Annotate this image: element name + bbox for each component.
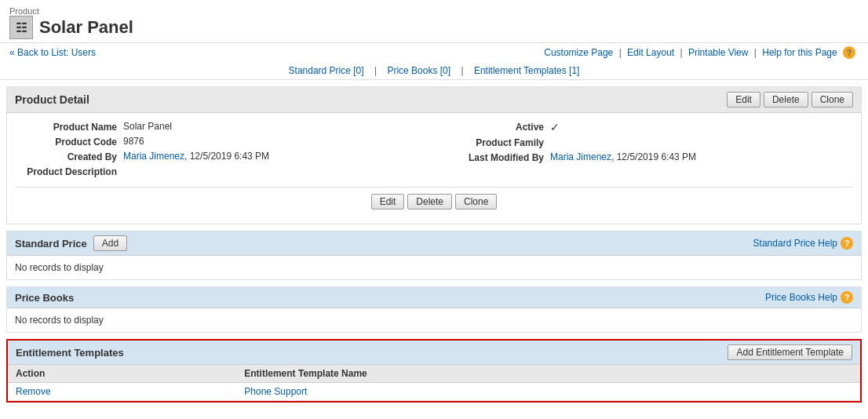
- last-modified-row: Last Modified By Maria Jimenez, 12/5/201…: [442, 151, 853, 163]
- entitlement-templates-section: Entitlement Templates Add Entitlement Te…: [6, 339, 862, 403]
- price-books-no-records: No records to display: [7, 308, 861, 332]
- created-by-link[interactable]: Maria Jimenez: [123, 151, 184, 162]
- product-detail-header: Product Detail Edit Delete Clone: [7, 87, 861, 113]
- help-icon: ?: [843, 46, 855, 59]
- clone-button-bottom[interactable]: Clone: [455, 194, 497, 210]
- price-books-title: Price Books: [15, 292, 74, 304]
- last-modified-date: , 12/5/2019 6:43 PM: [611, 151, 696, 162]
- price-books-section: Price Books Price Books Help ? No record…: [6, 286, 862, 333]
- active-row: Active ✓: [442, 121, 853, 133]
- edit-button-top[interactable]: Edit: [727, 92, 760, 107]
- product-name-value: Solar Panel: [123, 121, 172, 132]
- standard-price-help-link[interactable]: Standard Price Help ?: [753, 237, 853, 250]
- add-standard-price-button[interactable]: Add: [93, 235, 127, 251]
- standard-price-header: Standard Price Add Standard Price Help ?: [7, 231, 861, 256]
- product-code-row: Product Code 9876: [15, 136, 426, 148]
- delete-button-top[interactable]: Delete: [764, 92, 808, 107]
- product-description-row: Product Description: [15, 166, 426, 177]
- product-detail-body: Product Name Solar Panel Product Code 98…: [7, 113, 861, 224]
- standard-price-help-icon: ?: [841, 237, 853, 250]
- edit-button-bottom[interactable]: Edit: [371, 194, 405, 210]
- product-detail-title: Product Detail: [15, 93, 89, 106]
- top-nav: « Back to List: Users Customize Page | E…: [0, 43, 868, 62]
- created-by-value: Maria Jimenez, 12/5/2019 6:43 PM: [123, 151, 269, 162]
- anchor-entitlement-templates[interactable]: Entitlement Templates [1]: [474, 65, 580, 76]
- printable-link[interactable]: Printable View: [688, 47, 749, 58]
- product-code-label: Product Code: [15, 136, 117, 148]
- action-cell: Remove: [8, 383, 236, 401]
- last-modified-value: Maria Jimenez, 12/5/2019 6:43 PM: [550, 151, 696, 162]
- anchor-nav: Standard Price [0] | Price Books [0] | E…: [0, 62, 868, 80]
- top-links: Customize Page | Edit Layout | Printable…: [544, 46, 859, 59]
- product-detail-footer: Edit Delete Clone: [15, 187, 853, 216]
- product-description-label: Product Description: [15, 166, 117, 177]
- active-value: ✓: [550, 121, 560, 133]
- anchor-standard-price[interactable]: Standard Price [0]: [289, 65, 364, 76]
- entitlement-name-link[interactable]: Phone Support: [244, 386, 307, 397]
- entitlement-table-head: Action Entitlement Template Name: [8, 365, 860, 383]
- help-link[interactable]: Help for this Page: [762, 47, 837, 58]
- created-by-row: Created By Maria Jimenez, 12/5/2019 6:43…: [15, 151, 426, 162]
- product-icon: ☷: [9, 16, 33, 39]
- delete-button-bottom[interactable]: Delete: [407, 194, 452, 210]
- add-entitlement-template-button[interactable]: Add Entitlement Template: [728, 344, 852, 360]
- back-link[interactable]: « Back to List: Users: [9, 47, 96, 58]
- customize-page-link[interactable]: Customize Page: [544, 47, 613, 58]
- standard-price-title: Standard Price: [15, 238, 87, 250]
- created-by-date: , 12/5/2019 6:43 PM: [184, 151, 269, 162]
- clone-button-top[interactable]: Clone: [811, 92, 853, 107]
- entitlement-templates-table: Action Entitlement Template Name Remove …: [8, 365, 860, 401]
- active-label: Active: [442, 121, 544, 133]
- last-modified-label: Last Modified By: [442, 151, 544, 163]
- product-family-row: Product Family: [442, 137, 853, 148]
- entitlement-templates-header: Entitlement Templates Add Entitlement Te…: [8, 341, 860, 365]
- price-books-header: Price Books Price Books Help ?: [7, 287, 861, 308]
- entitlement-templates-title: Entitlement Templates: [16, 347, 124, 359]
- price-books-help-icon: ?: [841, 291, 853, 304]
- product-detail-section: Product Detail Edit Delete Clone Product…: [6, 86, 862, 224]
- col-name: Entitlement Template Name: [236, 365, 860, 383]
- product-name-row: Product Name Solar Panel: [15, 121, 426, 133]
- detail-grid: Product Name Solar Panel Product Code 98…: [15, 121, 853, 180]
- product-code-value: 9876: [123, 136, 144, 147]
- product-detail-buttons: Edit Delete Clone: [727, 92, 853, 107]
- standard-price-section: Standard Price Add Standard Price Help ?…: [6, 231, 862, 280]
- price-books-help-link[interactable]: Price Books Help ?: [765, 291, 853, 304]
- entitlement-table-body: Remove Phone Support: [8, 383, 860, 401]
- table-row: Remove Phone Support: [8, 383, 860, 401]
- entitlement-table-header-row: Action Entitlement Template Name: [8, 365, 860, 383]
- created-by-label: Created By: [15, 151, 117, 162]
- last-modified-link[interactable]: Maria Jimenez: [550, 151, 611, 162]
- remove-link[interactable]: Remove: [16, 386, 51, 397]
- page-header: Product ☷ Solar Panel: [0, 0, 868, 43]
- product-family-label: Product Family: [442, 137, 544, 148]
- product-type-label: Product: [9, 6, 859, 16]
- col-action: Action: [8, 365, 236, 383]
- name-cell: Phone Support: [236, 383, 860, 401]
- edit-layout-link[interactable]: Edit Layout: [627, 47, 674, 58]
- standard-price-no-records: No records to display: [7, 256, 861, 279]
- product-title: ☷ Solar Panel: [9, 16, 859, 39]
- anchor-price-books[interactable]: Price Books [0]: [387, 65, 450, 76]
- product-name-label: Product Name: [15, 121, 117, 133]
